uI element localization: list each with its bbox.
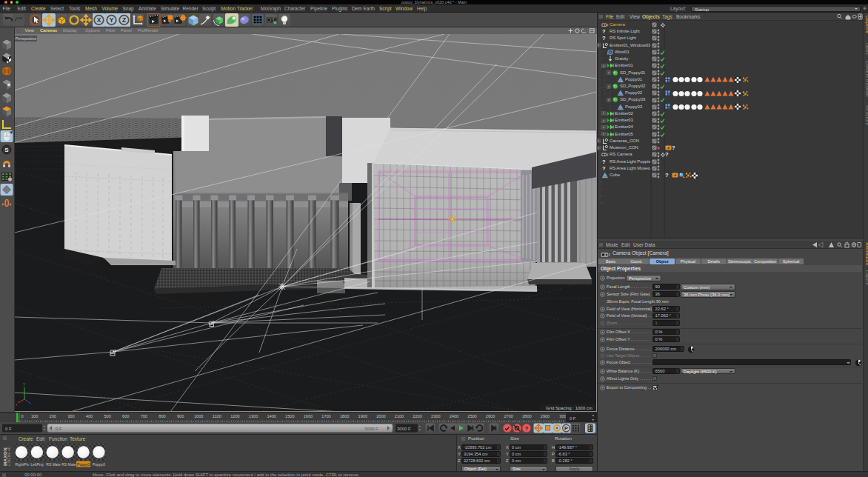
svg-text:2600: 2600 <box>486 414 495 418</box>
svg-text:1800: 1800 <box>340 414 349 418</box>
svg-text:0: 0 <box>21 414 23 418</box>
svg-text:0 F: 0 F <box>5 427 12 431</box>
svg-text:2200: 2200 <box>413 414 421 418</box>
svg-text:1900: 1900 <box>358 414 367 418</box>
svg-text:Poppy0: Poppy0 <box>93 462 105 467</box>
svg-text:(): () <box>4 199 10 207</box>
svg-text:1400: 1400 <box>267 414 276 418</box>
svg-text:X: X <box>97 16 101 24</box>
svg-text:2700: 2700 <box>504 414 513 418</box>
svg-text:P: P <box>564 425 568 432</box>
svg-text:400: 400 <box>86 414 93 418</box>
svg-text:100: 100 <box>31 414 38 418</box>
svg-text:1300: 1300 <box>249 414 258 418</box>
svg-text:3000 F: 3000 F <box>364 427 378 431</box>
svg-text:0 F: 0 F <box>570 416 576 421</box>
svg-text:S: S <box>4 147 9 153</box>
svg-text:1100: 1100 <box>213 414 221 418</box>
svg-text:RS Mate: RS Mate <box>46 462 61 467</box>
svg-text:Z: Z <box>122 16 126 24</box>
svg-text:2000: 2000 <box>376 414 385 418</box>
svg-text:300: 300 <box>67 414 74 418</box>
svg-text:700: 700 <box>141 414 147 418</box>
svg-text:800: 800 <box>158 414 165 418</box>
svg-text:900: 900 <box>177 414 184 418</box>
svg-text:1500: 1500 <box>285 414 294 418</box>
svg-text:3000 F: 3000 F <box>397 427 411 431</box>
svg-text:1000: 1000 <box>194 414 203 418</box>
svg-text:2900: 2900 <box>541 414 550 418</box>
svg-text:500: 500 <box>104 414 110 418</box>
svg-text:RS Mate: RS Mate <box>61 462 76 467</box>
svg-text:Grid Spacing : 1000 cm: Grid Spacing : 1000 cm <box>546 406 592 410</box>
svg-text:600: 600 <box>122 414 129 418</box>
svg-text:1600: 1600 <box>304 414 313 418</box>
svg-text:RightPin: RightPin <box>16 462 30 467</box>
svg-text:Poppy0: Poppy0 <box>77 462 90 467</box>
svg-text:0 F: 0 F <box>56 427 62 431</box>
svg-text:LeftProj: LeftProj <box>30 462 43 467</box>
svg-text:2500: 2500 <box>467 414 476 418</box>
svg-text:2800: 2800 <box>522 414 531 418</box>
svg-text:300: 300 <box>559 414 566 418</box>
svg-text:2100: 2100 <box>395 414 404 418</box>
svg-text:200: 200 <box>50 414 56 418</box>
svg-text:?: ? <box>525 425 529 432</box>
svg-text:Y: Y <box>110 16 114 24</box>
svg-text:1700: 1700 <box>321 414 330 418</box>
svg-text:1200: 1200 <box>230 414 239 418</box>
svg-text:2400: 2400 <box>450 414 458 418</box>
svg-text:2300: 2300 <box>431 414 440 418</box>
